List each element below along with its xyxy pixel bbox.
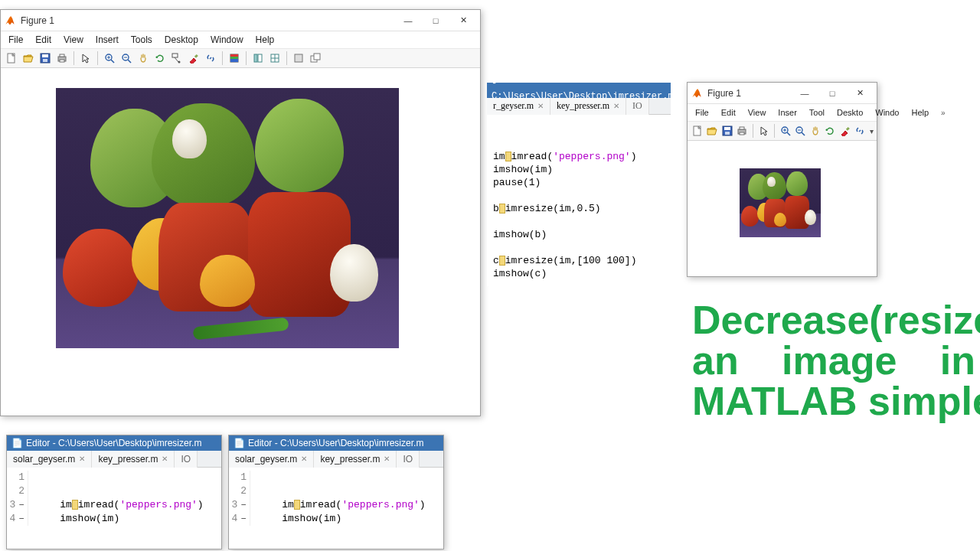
menu-help[interactable]: Help (905, 106, 935, 119)
window-controls: — □ ✕ (791, 84, 874, 103)
svg-line-12 (128, 60, 131, 63)
open-icon[interactable] (705, 123, 718, 139)
tab-key_presser-m[interactable]: key_presser.m✕ (550, 98, 626, 115)
tab-io[interactable]: IO (397, 451, 420, 468)
svg-rect-2 (42, 54, 48, 57)
figure-axes[interactable] (1, 68, 480, 416)
svg-line-38 (787, 132, 790, 135)
menu-view[interactable]: View (742, 106, 773, 119)
tab-solar_geyser-m[interactable]: solar_geyser.m✕ (7, 451, 92, 468)
svg-rect-33 (725, 132, 730, 135)
brush-icon[interactable] (838, 123, 851, 139)
tab-io[interactable]: IO (626, 98, 649, 115)
minimize-button[interactable]: — (791, 84, 818, 103)
rotate-icon[interactable] (152, 51, 168, 66)
menu-tools[interactable]: Tools (125, 32, 158, 47)
figure-axes[interactable] (688, 141, 877, 276)
window-title: Figure 1 (707, 88, 791, 99)
toolbar-overflow-icon[interactable]: ▾ (870, 127, 874, 135)
tab-io[interactable]: IO (175, 451, 198, 468)
headline-line2: an image in (692, 341, 975, 381)
save-icon[interactable] (720, 123, 733, 139)
zoom-out-icon[interactable] (119, 51, 134, 66)
save-icon[interactable] (38, 51, 53, 66)
menu-edit[interactable]: Edit (29, 32, 57, 47)
menu-windo[interactable]: Windo (869, 106, 905, 119)
brush-icon[interactable] (186, 51, 201, 66)
svg-rect-23 (258, 54, 262, 62)
rotate-icon[interactable] (824, 123, 837, 139)
titlebar: Figure 1 — □ ✕ (1, 10, 480, 31)
print-icon[interactable] (54, 51, 70, 66)
figure-window-main: Figure 1 — □ ✕ FileEditViewInsertToolsDe… (0, 9, 481, 416)
maximize-button[interactable]: □ (818, 84, 846, 103)
menu-desktop[interactable]: Desktop (158, 32, 204, 47)
tab-solar_geyser-m[interactable]: solar_geyser.m✕ (229, 451, 314, 468)
dock-icon[interactable] (291, 51, 306, 66)
menu-inser[interactable]: Inser (772, 106, 802, 119)
toolbar-separator (753, 124, 753, 138)
colorbar-icon[interactable] (227, 51, 242, 66)
tab-r_geyser-m[interactable]: r_geyser.m✕ (487, 98, 550, 115)
code-body[interactable]: imimread('peppers.png')imshow(im)pause(1… (487, 115, 671, 286)
minimize-button[interactable]: — (394, 11, 422, 30)
headline-line1: Decrease(resize) (692, 300, 975, 341)
open-icon[interactable] (21, 51, 36, 66)
code-body[interactable]: 1 2 3 imimread('peppers.png')4 imshow(im… (7, 468, 221, 529)
menu-tool[interactable]: Tool (803, 106, 831, 119)
editor-icon: 📄 (234, 438, 245, 448)
menu-insert[interactable]: Insert (90, 32, 125, 47)
zoom-in-icon[interactable] (102, 51, 117, 66)
menu-overflow[interactable]: » (935, 106, 952, 119)
layout1-icon[interactable] (250, 51, 266, 66)
code-body[interactable]: 1 2 3 imimread('peppers.png')4 imshow(im… (229, 468, 443, 529)
layout2-icon[interactable] (267, 51, 283, 66)
tab-close-icon[interactable]: ✕ (301, 455, 307, 463)
zoom-in-icon[interactable] (779, 123, 792, 139)
toolbar-separator (97, 51, 98, 65)
close-button[interactable]: ✕ (846, 84, 874, 103)
float-icon[interactable] (308, 51, 323, 66)
menu-file[interactable]: File (689, 106, 715, 119)
toolbar-separator (774, 124, 775, 138)
zoom-out-icon[interactable] (794, 123, 807, 139)
tab-close-icon[interactable]: ✕ (384, 455, 390, 463)
link-icon[interactable] (203, 51, 218, 66)
editor-tabs: solar_geyser.m✕key_presser.m✕IO (229, 451, 443, 468)
datacursor-icon[interactable] (169, 51, 185, 66)
menu-deskto[interactable]: Deskto (831, 106, 869, 119)
pan-icon[interactable] (808, 123, 822, 139)
editor-title: Editor - C:\Users\User\Desktop\imresizer… (248, 438, 423, 448)
pointer-icon[interactable] (757, 123, 770, 139)
svg-rect-21 (230, 59, 238, 62)
menubar: FileEditViewInsertToolsDesktopWindowHelp (1, 31, 480, 48)
pointer-icon[interactable] (78, 51, 93, 66)
tab-close-icon[interactable]: ✕ (613, 99, 619, 112)
link-icon[interactable] (854, 123, 867, 139)
tab-key_presser-m[interactable]: key_presser.m✕ (92, 451, 175, 468)
menu-edit[interactable]: Edit (715, 106, 742, 119)
editor-tabs: r_geyser.m✕key_presser.m✕IO (487, 98, 671, 115)
toolbar-separator (74, 51, 74, 65)
close-button[interactable]: ✕ (449, 11, 477, 30)
editor-title: Editor - C:\Users\User\Desktop\imresizer… (26, 438, 201, 448)
menu-file[interactable]: File (2, 32, 29, 47)
menu-view[interactable]: View (57, 32, 90, 47)
figure-toolbar: ▾ (688, 121, 877, 141)
svg-rect-5 (60, 54, 64, 57)
new-icon[interactable] (4, 51, 19, 66)
tab-close-icon[interactable]: ✕ (79, 455, 85, 463)
headline-line3: MATLAB simplest (692, 381, 975, 422)
figure-toolbar (1, 48, 480, 68)
overlay-headline: Decrease(resize) an image in MATLAB simp… (692, 300, 975, 422)
menu-help[interactable]: Help (250, 32, 281, 47)
menu-window[interactable]: Window (204, 32, 250, 47)
maximize-button[interactable]: □ (422, 11, 449, 30)
pan-icon[interactable] (136, 51, 151, 66)
print-icon[interactable] (735, 123, 748, 139)
tab-key_presser-m[interactable]: key_presser.m✕ (314, 451, 397, 468)
new-icon[interactable] (691, 123, 704, 139)
svg-rect-20 (230, 57, 238, 59)
tab-close-icon[interactable]: ✕ (162, 455, 168, 463)
tab-close-icon[interactable]: ✕ (537, 99, 544, 112)
